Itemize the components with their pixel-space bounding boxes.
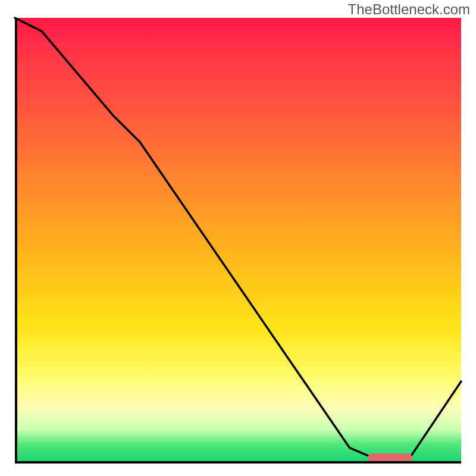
curve-line <box>15 18 461 461</box>
chart-container: TheBottleneck.com <box>0 0 476 476</box>
curve-svg <box>15 18 461 461</box>
x-axis <box>15 461 461 464</box>
y-axis <box>15 18 17 461</box>
watermark-text: TheBottleneck.com <box>348 1 470 18</box>
plot-area <box>15 18 461 461</box>
